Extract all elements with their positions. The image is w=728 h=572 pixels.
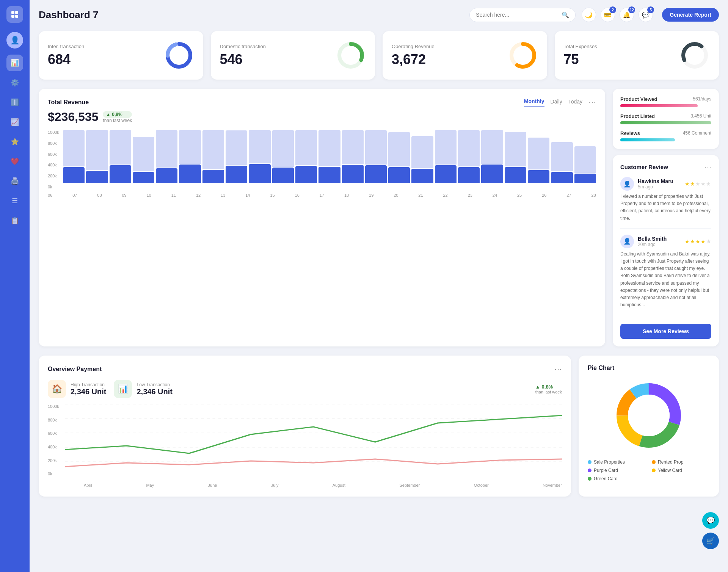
metrics-card: Product Viewed 561/days Product Listed 3… — [613, 89, 719, 149]
bar-blue — [318, 167, 340, 183]
bar-blue — [295, 166, 317, 183]
bar-gray — [110, 130, 131, 165]
tab-monthly[interactable]: Monthly — [524, 98, 544, 107]
sidebar-item-dashboard[interactable]: 📊 — [6, 55, 23, 71]
bar-group — [435, 130, 457, 183]
bar-gray — [318, 130, 340, 166]
bar-group — [295, 130, 317, 183]
bar-blue — [179, 165, 201, 183]
bar-group — [86, 130, 108, 183]
sidebar-item-liked[interactable]: ❤️ — [6, 153, 23, 170]
bar-gray — [411, 136, 433, 168]
stat-card-inter-transaction: Inter. transaction 684 — [39, 31, 203, 80]
fab-support[interactable]: 💬 — [702, 512, 719, 529]
stat-card-domestic-transaction: Domestic transaction 546 — [211, 31, 375, 80]
chat-button[interactable]: 💬 5 — [639, 8, 653, 22]
see-more-reviews-button[interactable]: See More Reviews — [620, 324, 711, 339]
content-grid: Total Revenue Monthly Daily Today ⋯ $236… — [39, 89, 719, 346]
svg-rect-3 — [15, 15, 18, 18]
bar-gray — [342, 130, 364, 164]
bar-blue — [574, 174, 596, 183]
revenue-bar-chart: 1000k800k600k400k200k0k — [48, 130, 596, 191]
sidebar-logo[interactable] — [6, 6, 23, 23]
sidebar-item-menu[interactable]: ☰ — [6, 193, 23, 209]
header-icons: 🌙 💳 2 🔔 12 💬 5 Generate Report — [582, 8, 719, 22]
metric-header-0: Product Viewed 561/days — [620, 96, 711, 102]
reviewer-avatar-1: 👤 — [620, 235, 634, 248]
dark-mode-button[interactable]: 🌙 — [582, 8, 596, 22]
pie-chart-legend: Sale Properties Rented Prop Purple Card … — [588, 459, 710, 481]
bar-group — [110, 130, 131, 183]
bar-group — [202, 130, 224, 183]
bar-gray — [388, 132, 410, 166]
stat-value-0: 684 — [48, 52, 84, 67]
bar-gray — [458, 130, 480, 166]
review-more-icon[interactable]: ⋯ — [704, 163, 711, 171]
bar-group — [481, 130, 503, 183]
reviewer-time-0: 5m ago — [638, 184, 673, 190]
bar-group — [342, 130, 364, 183]
tab-today[interactable]: Today — [568, 99, 582, 106]
review-text-0: I viewed a number of properties with Jus… — [620, 193, 711, 222]
chart-more-icon[interactable]: ⋯ — [588, 98, 596, 107]
review-card-header: Customer Review ⋯ — [620, 163, 711, 171]
review-text-1: Dealing with Syamsudin and Bakri was a j… — [620, 251, 711, 309]
bar-gray — [272, 130, 294, 167]
sidebar-item-favorites[interactable]: ⭐ — [6, 133, 23, 150]
bar-group — [551, 130, 573, 183]
payment-header-info: 🏠 High Transaction 2,346 Unit 📊 Low Tran… — [48, 380, 562, 398]
metric-item-2: Reviews 456 Comment — [620, 130, 711, 141]
legend-dot-2 — [588, 469, 592, 472]
reviewer-time-1: 20m ago — [638, 242, 667, 247]
payment-chart-header: Overview Payment ⋯ — [48, 365, 562, 374]
sidebar-item-print[interactable]: 🖨️ — [6, 173, 23, 190]
sidebar-item-info[interactable]: ℹ️ — [6, 94, 23, 111]
revenue-chart-title: Total Revenue — [48, 99, 89, 106]
svg-rect-0 — [11, 11, 14, 14]
sidebar-item-reports[interactable]: 📋 — [6, 212, 23, 229]
bottom-row: Overview Payment ⋯ 🏠 High Transaction 2,… — [39, 356, 719, 497]
customer-review-card: Customer Review ⋯ 👤 Hawkins Maru 5m ago … — [613, 155, 719, 346]
notification-button[interactable]: 🔔 12 — [620, 8, 634, 22]
bar-gray — [551, 142, 573, 171]
bar-gray — [574, 146, 596, 173]
bar-blue — [481, 165, 503, 183]
wallet-button[interactable]: 💳 2 — [601, 8, 615, 22]
stat-card-total-expenses: Total Expenses 75 — [555, 31, 719, 80]
bar-group — [505, 130, 526, 183]
bar-gray — [63, 130, 85, 166]
generate-report-button[interactable]: Generate Report — [662, 8, 719, 22]
sidebar-item-analytics[interactable]: 📈 — [6, 114, 23, 130]
payment-more-icon[interactable]: ⋯ — [554, 365, 562, 374]
bar-gray — [202, 130, 224, 169]
stat-label-2: Operating Revenue — [392, 44, 435, 49]
header: Dashboard 7 🔍 🌙 💳 2 🔔 12 💬 5 Generate Re… — [39, 8, 719, 22]
stats-row: Inter. transaction 684 Domestic transact… — [39, 31, 719, 80]
payment-percent-badge: ▲0,8% — [535, 384, 562, 390]
main-content: Dashboard 7 🔍 🌙 💳 2 🔔 12 💬 5 Generate Re… — [30, 0, 728, 572]
bar-group — [528, 130, 549, 183]
bar-group — [411, 130, 433, 183]
stat-label-0: Inter. transaction — [48, 44, 84, 49]
bar-blue — [528, 170, 549, 183]
stat-label-1: Domestic transaction — [220, 44, 266, 49]
donut-inter-transaction — [164, 40, 194, 71]
sidebar-item-settings[interactable]: ⚙️ — [6, 74, 23, 91]
bar-blue — [110, 165, 131, 183]
bar-gray — [86, 130, 108, 170]
search-bar[interactable]: 🔍 — [469, 8, 576, 22]
bar-group — [179, 130, 201, 183]
review-item-0: 👤 Hawkins Maru 5m ago ★★★★★ I viewed a n… — [620, 177, 711, 229]
avatar[interactable]: 👤 — [6, 32, 23, 49]
line-chart-container: 1000k800k600k400k200k0k AprilMayJ — [48, 404, 562, 487]
fab-cart[interactable]: 🛒 — [702, 533, 719, 549]
line-chart-svg — [65, 404, 562, 476]
metric-header-2: Reviews 456 Comment — [620, 130, 711, 136]
search-input[interactable] — [476, 12, 559, 18]
legend-dot-4 — [588, 477, 592, 481]
payment-high-value: 2,346 Unit — [71, 387, 106, 396]
review-item-1: 👤 Bella Smith 20m ago ★★★★★ Dealing with… — [620, 235, 711, 315]
review-card-title: Customer Review — [620, 164, 668, 170]
payment-stat-low: 📊 Low Transaction 2,346 Unit — [114, 380, 172, 398]
tab-daily[interactable]: Daily — [551, 99, 562, 106]
